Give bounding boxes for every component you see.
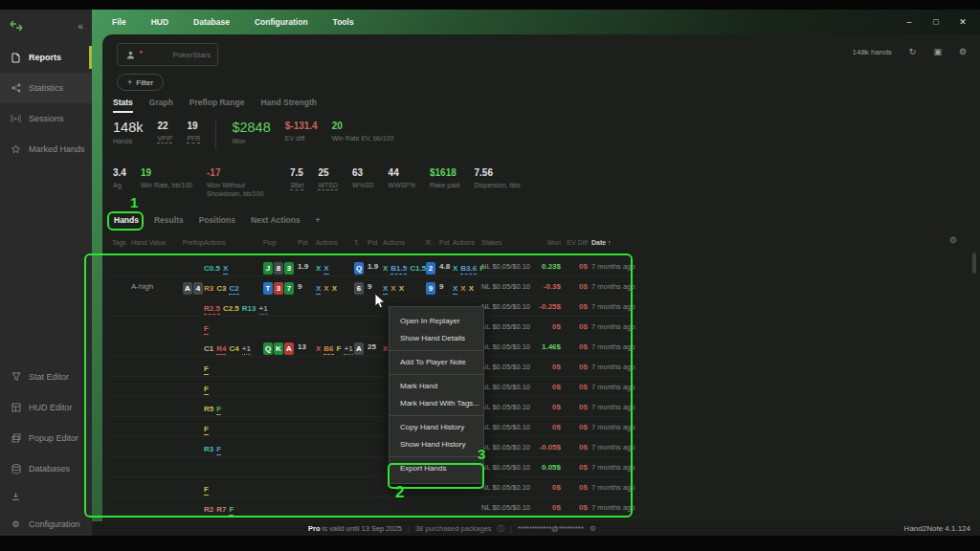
sidebar-item-statistics[interactable]: Statistics [0,73,92,103]
cell-flop-cards: QKA [263,338,298,355]
hand-row[interactable]: F NL $0.05/$0.10 0$ 0$ 7 months ago [112,377,643,397]
hand-row[interactable]: F NL $0.05/$0.10 0$ 0$ 7 months ago [112,357,643,377]
action-token: C4 [229,344,238,354]
stat-value: 19 [187,121,200,132]
stat-wtsd: 25 WTSD [318,167,338,190]
column-header-tags[interactable]: Tags [112,239,131,246]
column-header-ev-diff[interactable]: EV Diff [561,239,588,246]
info-icon[interactable]: ⓘ [498,524,505,534]
menu-item-export-hands[interactable]: Export Hands [390,460,483,477]
account-gear-icon[interactable]: ⚙ [590,524,596,533]
sidebar-item-label: Reports [29,53,61,62]
report-tab-hands[interactable]: Hands [114,215,139,225]
stat-label: Ag. [113,182,126,190]
menu-item-show-hand-details[interactable]: Show Hand Details [390,330,483,347]
player-search-field[interactable]: ● PokerStars [117,43,218,66]
columns-gear-icon[interactable]: ⚙ [949,235,957,245]
tab-hand-strength[interactable]: Hand Strength [260,98,317,113]
sidebar-collapse-button[interactable]: « [78,21,83,32]
column-header-pot[interactable]: Pot [298,239,316,246]
card: Q [263,342,273,355]
column-header-flop[interactable]: Flop [263,239,298,246]
cell-stakes: NL $0.05/$0.10 [481,302,532,311]
column-header-stakes[interactable]: Stakes [481,239,532,246]
divider: | [408,524,410,533]
column-header-actions[interactable]: Actions [316,239,354,246]
sidebar-item-databases[interactable]: Databases [0,453,92,484]
menu-database[interactable]: Database [193,17,230,27]
column-header-actions[interactable]: Actions [204,239,263,246]
sidebar-item-popup-editor[interactable]: Popup Editor [0,423,92,453]
action-token: R7 [216,505,226,515]
hand-row[interactable]: R2.5C2.5R13+1 NL $0.05/$0.10 -0.25$ 0$ 7… [112,297,643,317]
sidebar-item-label: Configuration [29,519,80,529]
hand-row[interactable]: R3F NL $0.05/$0.10 -0.05$ 0$ 7 months ag… [112,437,643,457]
maximize-button[interactable]: □ [930,17,942,27]
report-tab-add[interactable]: + [316,215,321,225]
column-header-hand-value[interactable]: Hand Value [131,239,169,246]
hand-row[interactable]: R5F NL $0.05/$0.10 0$ 0$ 7 months ago [112,397,643,417]
menu-item-mark-hand-with-tags[interactable]: Mark Hand With Tags... [390,395,483,412]
report-tab-results[interactable]: Results [154,215,184,225]
settings-gear-icon[interactable]: ⚙ [959,47,967,56]
cell-ev-diff: 0$ [561,363,588,371]
column-header-pot[interactable]: Pot [439,239,453,246]
stat-value: 7.5 [290,167,303,179]
column-header-won[interactable]: Won [532,239,561,246]
close-button[interactable]: ✕ [957,17,969,27]
panel-view-icon[interactable]: ▣ [933,47,942,56]
menu-item-copy-hand-history[interactable]: Copy Hand History [390,419,483,436]
stat-label: Dispersion, bbs [475,182,521,190]
hand-row[interactable]: F NL $0.05/$0.10 0$ 0$ 7 months ago [112,417,643,437]
tab-graph[interactable]: Graph [149,98,173,113]
sidebar-item-hud-editor[interactable]: HUD Editor [0,392,92,423]
menu-hud[interactable]: HUD [151,17,168,27]
cell-preflop-actions: F [204,318,263,335]
sidebar-item-sessions[interactable]: Sessions [0,103,92,134]
report-tab-next-actions[interactable]: Next Actions [251,215,301,225]
column-header-pot[interactable]: Pot [368,239,383,246]
menu-item-open-in-replayer[interactable]: Open In Replayer [390,313,483,330]
report-tab-positions[interactable]: Positions [199,215,235,225]
card: A [354,342,364,355]
add-filter-button[interactable]: + Filter [117,74,164,91]
action-token: X [390,284,395,294]
hand-row[interactable]: NL $0.05/$0.10 0.05$ 0$ 7 months ago [112,457,643,477]
hand-row[interactable]: C0.5X J83 1.9 XX Q 1.9 XB1.5C1.5 2 4.8 X… [112,256,643,276]
sidebar-item-configuration[interactable]: ⚙Configuration [0,509,92,540]
menu-item-mark-hand[interactable]: Mark Hand [390,378,483,395]
menu-file[interactable]: File [112,17,126,27]
tab-preflop-range[interactable]: Preflop Range [189,98,245,113]
hand-row[interactable]: R2R7F NL $0.05/$0.10 0$ 0$ 7 months ago [112,497,643,518]
scrollbar-thumb[interactable] [972,253,976,274]
menu-tools[interactable]: Tools [333,17,354,27]
action-token: X [453,264,457,274]
cell-flop-pot: 1.9 [298,262,316,271]
column-header-preflop[interactable]: Preflop [169,239,204,246]
minimize-button[interactable]: – [903,17,915,27]
hand-row[interactable]: F NL $0.05/$0.10 0$ 0$ 7 months ago [112,317,643,337]
cell-date: 7 months ago [588,302,643,311]
hand-row[interactable]: F NL $0.05/$0.10 0$ 0$ 7 months ago [112,477,643,497]
column-header-actions[interactable]: Actions [383,239,426,246]
menu-item-show-hand-history[interactable]: Show Hand History [390,436,483,453]
sidebar-item-label: Stat Editor [29,372,69,382]
hand-row[interactable]: A-high A4 R3C3C2 T37 9 XXX 6 9 XXX 9 9 X… [112,276,643,297]
column-header-date[interactable]: Date ↑ [588,239,643,246]
hand-row[interactable]: C1R4C4+1 QKA 13 XB6F+1 A 25 X NL $0.05/$… [112,337,643,357]
action-token: B1.5 [390,264,407,275]
refresh-icon[interactable]: ↻ [909,47,917,56]
sidebar-item-download-icon[interactable] [0,484,92,509]
cell-river-card: 9 [426,277,439,295]
column-header-t[interactable]: T. [354,239,368,246]
action-token: B6 [323,344,333,355]
sidebar-item-reports[interactable]: Reports [0,42,92,73]
sidebar-item-marked-hands[interactable]: Marked Hands [0,134,92,165]
menu-configuration[interactable]: Configuration [255,17,308,27]
menu-item-add-to-player-note[interactable]: Add To Player Note [390,354,483,371]
sidebar-item-stat-editor[interactable]: Stat Editor [0,362,92,392]
cell-stakes: NL $0.05/$0.10 [481,322,532,331]
column-header-r[interactable]: R. [426,239,439,246]
column-header-actions[interactable]: Actions [453,239,481,246]
tab-stats[interactable]: Stats [113,98,133,113]
